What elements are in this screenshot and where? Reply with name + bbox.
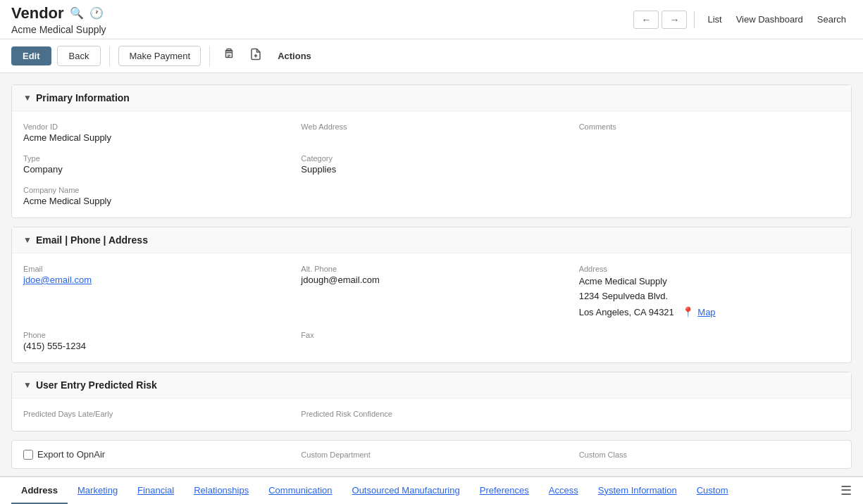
toolbar: Edit Back Make Payment Actions [0,39,863,73]
actions-button[interactable]: Actions [272,48,317,64]
alt-phone-value: jdough@email.com [301,275,561,285]
address-line1: Acme Medical Supply [579,275,840,289]
risk-section-body: Predicted Days Late/Early Predicted Risk… [12,398,851,431]
export-checkbox[interactable] [23,450,33,460]
address-line3-text: Los Angeles, CA 94321 [579,307,674,317]
type-label: Type [23,154,284,163]
primary-fields-grid: Vendor ID Acme Medical Supply Web Addres… [23,122,840,206]
risk-fields-grid: Predicted Days Late/Early Predicted Risk… [23,410,840,420]
tab-relationships[interactable]: Relationships [184,477,259,489]
tab-communication[interactable]: Communication [259,477,342,489]
comments-field: Comments [579,122,840,143]
toolbar-separator [109,46,110,66]
contact-section-body: Email jdoe@email.com Alt. Phone jdough@e… [12,253,851,363]
search-icon[interactable]: 🔍 [70,6,84,20]
edit-button[interactable]: Edit [11,46,51,65]
address-label: Address [579,265,840,273]
contact-toggle-icon: ▼ [23,235,32,245]
web-address-label: Web Address [301,122,561,131]
tab-access[interactable]: Access [539,477,588,489]
category-label: Category [301,154,561,163]
export-label-text: Export to OpnAir [37,449,105,460]
vendor-id-field: Vendor ID Acme Medical Supply [23,122,284,143]
email-value[interactable]: jdoe@email.com [23,275,284,285]
alt-phone-field: Alt. Phone jdough@email.com [301,265,561,320]
address-field: Address Acme Medical Supply 1234 Sepulve… [579,265,840,320]
custom-class-label: Custom Class [579,451,840,459]
phone-value: (415) 555-1234 [23,341,284,351]
fax-label: Fax [301,331,561,339]
page-header: Vendor 🔍 🕐 Acme Medical Supply ← → List … [0,0,863,39]
header-title-row: Vendor 🔍 🕐 [11,4,106,23]
export-row: Export to OpnAir Custom Department Custo… [23,449,840,460]
comments-label: Comments [579,122,840,131]
address-line2: 1234 Sepulveda Blvd. [579,289,840,304]
contact-section-header[interactable]: ▼ Email | Phone | Address [12,227,851,253]
history-icon[interactable]: 🕐 [89,6,104,20]
contact-section-title: Email | Phone | Address [36,234,148,246]
contact-section: ▼ Email | Phone | Address Email jdoe@ema… [11,227,852,363]
predicted-days-field: Predicted Days Late/Early [23,410,284,420]
tabs-menu-icon[interactable]: ☰ [840,483,852,489]
main-content: ▼ Primary Information Vendor ID Acme Med… [0,73,863,489]
tab-preferences[interactable]: Preferences [470,477,539,489]
risk-section-header[interactable]: ▼ User Entry Predicted Risk [12,372,851,398]
tab-custom[interactable]: Custom [687,477,738,489]
export-opnair-field: Export to OpnAir [23,449,284,460]
toolbar-separator-2 [209,46,210,66]
print-button[interactable] [218,45,240,67]
tab-system-information[interactable]: System Information [588,477,687,489]
back-arrow-button[interactable]: ← [633,11,659,29]
nav-separator [694,11,695,28]
predicted-risk-label: Predicted Risk Confidence [301,410,561,418]
vendor-id-value: Acme Medical Supply [23,132,284,143]
list-button[interactable]: List [702,11,727,27]
bottom-tabs: Address Marketing Financial Relationship… [0,476,863,489]
email-field: Email jdoe@email.com [23,265,284,320]
search-button[interactable]: Search [812,11,852,27]
risk-section: ▼ User Entry Predicted Risk Predicted Da… [11,372,852,431]
custom-department-field: Custom Department [301,451,561,459]
primary-section-header[interactable]: ▼ Primary Information [12,85,851,111]
web-address-field: Web Address [301,122,561,143]
placeholder-field-1 [579,154,840,175]
header-right: ← → List View Dashboard Search [633,11,852,29]
type-value: Company [23,164,284,175]
primary-toggle-icon: ▼ [23,93,32,103]
alt-phone-label: Alt. Phone [301,265,561,273]
category-value: Supplies [301,164,561,175]
primary-section-title: Primary Information [36,92,130,103]
company-name-label: Company Name [23,186,284,194]
email-label: Email [23,265,284,273]
export-checkbox-label[interactable]: Export to OpnAir [23,449,284,460]
fax-field: Fax [301,331,561,351]
tab-marketing[interactable]: Marketing [68,477,128,489]
company-name-value: Acme Medical Supply [23,196,284,206]
tab-financial[interactable]: Financial [128,477,184,489]
type-field: Type Company [23,154,284,175]
make-payment-button[interactable]: Make Payment [118,46,201,66]
predicted-days-label: Predicted Days Late/Early [23,410,284,418]
forward-arrow-button[interactable]: → [662,11,687,29]
header-left: Vendor 🔍 🕐 Acme Medical Supply [11,4,106,35]
map-link[interactable]: Map [697,307,715,317]
custom-department-label: Custom Department [301,451,561,459]
company-name-field: Company Name Acme Medical Supply [23,186,284,206]
export-section: Export to OpnAir Custom Department Custo… [11,440,852,469]
risk-toggle-icon: ▼ [23,380,32,390]
document-button[interactable] [245,45,266,67]
phone-field: Phone (415) 555-1234 [23,331,284,351]
category-field: Category Supplies [301,154,561,175]
back-button[interactable]: Back [57,46,101,66]
contact-fields-grid: Email jdoe@email.com Alt. Phone jdough@e… [23,265,840,351]
tab-address[interactable]: Address [11,477,68,489]
view-dashboard-button[interactable]: View Dashboard [731,11,809,27]
map-pin-icon: 📍 [682,306,694,317]
risk-section-title: User Entry Predicted Risk [36,379,157,391]
custom-class-field: Custom Class [579,451,840,459]
address-line3: Los Angeles, CA 94321 📍 Map [579,304,840,320]
header-subtitle: Acme Medical Supply [11,24,106,35]
page-title: Vendor [11,4,64,23]
tab-outsourced-manufacturing[interactable]: Outsourced Manufacturing [342,477,470,489]
phone-label: Phone [23,331,284,339]
